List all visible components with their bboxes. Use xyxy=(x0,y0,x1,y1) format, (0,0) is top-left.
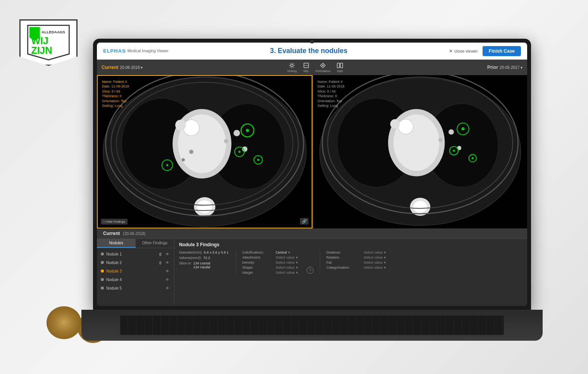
show-nodule-button[interactable]: 👁 xyxy=(165,251,170,257)
svg-text:Orientation: Top: Orientation: Top xyxy=(317,99,342,103)
extra-props-col: Distance: Select value ▼ Relation: Selec… xyxy=(326,250,388,269)
brand-subtitle: Medical Imaging Viewer xyxy=(128,49,169,53)
prior-label: Prior xyxy=(487,65,498,70)
orientation-button[interactable]: Orientation xyxy=(313,62,333,74)
current-section: Current 20-06-2018 ▾ xyxy=(102,65,143,70)
nodule-name: Nodule 5 xyxy=(106,286,162,290)
col-separator-2 xyxy=(320,250,320,274)
distance-select[interactable]: Select value ▼ xyxy=(364,250,388,254)
svg-text:Name: Patient X: Name: Patient X xyxy=(102,80,127,84)
nodule-item[interactable]: Nodule 1 🗑 👁 xyxy=(97,250,174,258)
link-icon-button[interactable]: 🔗 xyxy=(300,218,309,225)
laptop-frame: ELPHAS Medical Imaging Viewer 3. Evaluat… xyxy=(93,39,550,341)
density-arrow: ▼ xyxy=(295,261,298,264)
slice-label: Slice nr: xyxy=(179,261,192,265)
relation-select[interactable]: Select value ▼ xyxy=(364,256,388,259)
help-button[interactable]: ? xyxy=(307,267,314,274)
tab-nodules[interactable]: Nodules xyxy=(97,239,136,248)
setting-label: Setting xyxy=(287,69,297,73)
orientation-label: Orientation xyxy=(316,69,331,73)
current-date[interactable]: 20-06-2018 ▾ xyxy=(120,65,143,70)
toolbar-buttons: Setting Mip Orientat xyxy=(285,62,345,74)
hide-findings-label: Hide Findings xyxy=(106,220,125,223)
svg-point-30 xyxy=(166,164,169,166)
fat-value: Select value xyxy=(364,261,383,264)
viewer-toolbar: Current 20-06-2018 ▾ Setting xyxy=(97,60,527,75)
svg-point-61 xyxy=(453,149,455,152)
camera-dot xyxy=(310,40,314,43)
setting-icon xyxy=(289,62,295,69)
mip-icon xyxy=(303,62,309,69)
nodule-dot xyxy=(101,278,104,281)
current-label: Current xyxy=(102,65,118,70)
nodule-actions: 🗑 👁 xyxy=(158,251,170,257)
split-button[interactable]: Split xyxy=(335,62,345,74)
slice-value: 134 cranial 134 caudal xyxy=(193,261,210,269)
tab-other-findings[interactable]: Other Findings xyxy=(136,239,174,248)
logo-box: ALLEDAAGS WIJ ZIJN xyxy=(19,19,78,66)
nodule-list: Nodule 1 🗑 👁 Nodule 2 xyxy=(97,248,174,306)
logo-svg: ALLEDAAGS WIJ ZIJN xyxy=(21,24,76,62)
extra-props-grid: Distance: Select value ▼ Relation: Selec… xyxy=(326,250,388,269)
bottom-date: (20-06-2018) xyxy=(123,232,145,236)
close-viewer-label: close viewer xyxy=(454,49,478,53)
density-label: Density: xyxy=(242,261,273,264)
app-header: ELPHAS Medical Imaging Viewer 3. Evaluat… xyxy=(97,43,527,60)
prior-ct-svg: Name: Patient X Date: 11-06-2018 Slice: … xyxy=(313,75,527,228)
setting-button[interactable]: Setting xyxy=(285,62,299,74)
shape-label: Shape: xyxy=(242,266,273,269)
show-nodule-button[interactable]: 👁 xyxy=(165,277,170,282)
close-viewer-button[interactable]: ✕ close viewer xyxy=(449,48,478,54)
prior-ct-scan: Name: Patient X Date: 11-06-2018 Slice: … xyxy=(313,75,527,228)
shape-select[interactable]: Select value ▼ xyxy=(276,266,300,269)
density-select[interactable]: Select value ▼ xyxy=(276,261,300,264)
mip-button[interactable]: Mip xyxy=(301,62,312,74)
volume-row: Volume(mm3): 72.2 xyxy=(179,256,229,260)
relation-label: Relation: xyxy=(326,256,361,259)
delete-nodule-button[interactable]: 🗑 xyxy=(158,260,163,265)
calcifications-select[interactable]: Central ▼ xyxy=(276,250,300,254)
show-nodule-button[interactable]: 👁 xyxy=(165,285,170,291)
prior-section: Prior 20-05-2017 ▾ xyxy=(487,65,522,70)
categorisation-arrow: ▼ xyxy=(383,266,386,269)
props-grid: Calcifications: Central ▼ Attachment: Se… xyxy=(242,250,300,274)
nodule-item[interactable]: Nodule 4 👁 xyxy=(97,275,174,284)
svg-text:Date: 11-06-2018: Date: 11-06-2018 xyxy=(102,84,129,88)
hide-findings-icon: □ xyxy=(103,220,105,223)
nodule-actions: 👁 xyxy=(165,285,170,291)
viewer-area: Name: Patient X Date: 11-06-2018 Slice: … xyxy=(97,75,527,228)
measurements-col: Diameter(mm): 6.6 x 5.6 y 5.8 z Volume(m… xyxy=(179,250,229,269)
show-nodule-button[interactable]: 👁 xyxy=(165,260,170,265)
categorisation-select[interactable]: Select value ▼ xyxy=(364,266,388,269)
brand-name: ELPHAS xyxy=(103,48,126,54)
close-x-icon: ✕ xyxy=(449,48,453,54)
app-brand: ELPHAS Medical Imaging Viewer xyxy=(103,48,169,54)
svg-point-28 xyxy=(189,149,193,154)
nodule-item[interactable]: Nodule 2 🗑 👁 xyxy=(97,258,174,267)
nodules-panel: Nodules Other Findings Nodule 1 🗑 👁 xyxy=(97,239,174,306)
diameter-value: 6.6 x 5.6 y 5.8 z xyxy=(204,250,229,254)
svg-text:Date: 11-06-2018: Date: 11-06-2018 xyxy=(317,84,345,88)
attachment-select[interactable]: Select value ▼ xyxy=(276,256,300,259)
col-separator xyxy=(236,250,236,274)
fat-arrow: ▼ xyxy=(383,261,386,264)
hide-findings-button[interactable]: □ Hide Findings xyxy=(101,219,128,225)
svg-point-20 xyxy=(197,201,212,213)
finish-case-button[interactable]: Finish Case xyxy=(483,46,521,56)
nodule-actions: 🗑 👁 xyxy=(158,260,170,265)
show-nodule-button[interactable]: 👁 xyxy=(165,268,170,274)
svg-text:Slice: 3 / 66: Slice: 3 / 66 xyxy=(102,89,120,93)
fat-select[interactable]: Select value ▼ xyxy=(364,261,388,264)
nodule-item-selected[interactable]: Nodule 3 👁 xyxy=(97,267,174,275)
bottom-current-label: Current xyxy=(103,231,120,236)
margin-select[interactable]: Select value ▼ xyxy=(276,271,300,274)
svg-point-63 xyxy=(471,157,474,160)
findings-title: Nodule 3 Findings xyxy=(179,242,522,247)
nodule-item[interactable]: Nodule 5 👁 xyxy=(97,284,174,292)
nodule-name: Nodule 1 xyxy=(106,252,155,256)
nodule-dot xyxy=(101,261,104,264)
svg-point-26 xyxy=(242,146,248,152)
delete-nodule-button[interactable]: 🗑 xyxy=(158,251,163,257)
svg-point-8 xyxy=(322,65,324,66)
prior-date[interactable]: 20-05-2017 ▾ xyxy=(500,65,522,70)
